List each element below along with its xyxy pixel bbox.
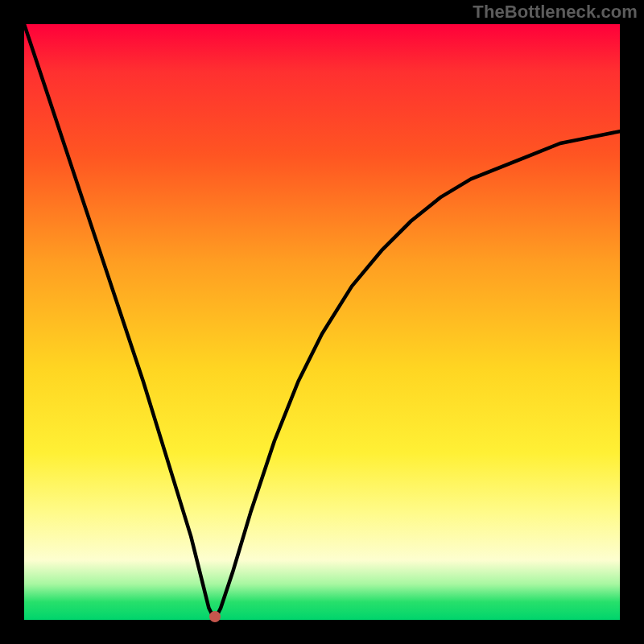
- plot-area: [24, 24, 620, 620]
- curve-path: [24, 24, 620, 620]
- chart-frame: TheBottleneck.com: [0, 0, 644, 644]
- bottleneck-curve: [24, 24, 620, 620]
- watermark-text: TheBottleneck.com: [473, 2, 638, 23]
- minimum-marker: [209, 611, 221, 622]
